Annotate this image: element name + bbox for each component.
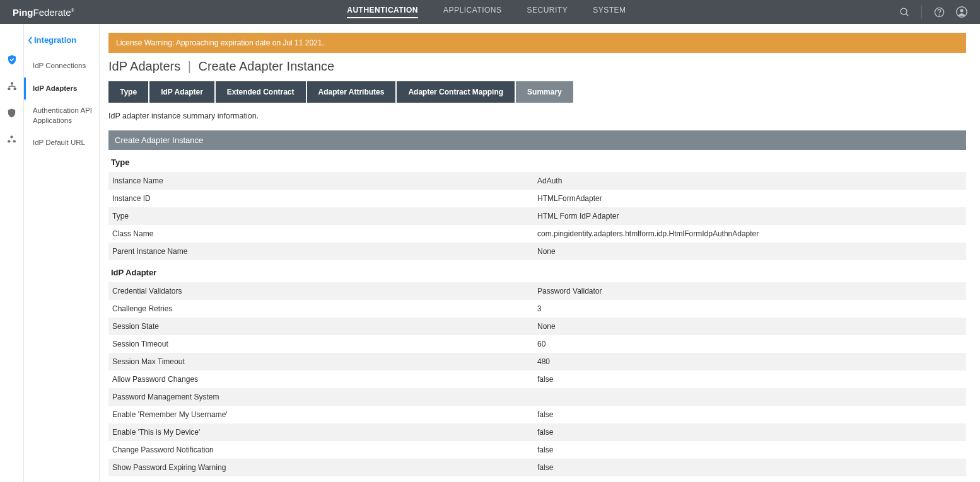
chevron-left-icon	[28, 37, 33, 44]
svg-line-1	[906, 13, 908, 16]
sitemap-icon[interactable]	[6, 81, 18, 92]
section-bar: Create Adapter Instance	[108, 130, 966, 150]
kv-row: Session StateNone	[108, 318, 966, 335]
page-title-sep: |	[188, 59, 191, 73]
logo: PingFederate®	[13, 7, 74, 18]
top-bar: PingFederate® AUTHENTICATIONAPPLICATIONS…	[0, 0, 980, 24]
svg-point-11	[13, 140, 16, 142]
kv-row: Credential ValidatorsPassword Validator	[108, 282, 966, 300]
wizard-tab[interactable]: IdP Adapter	[149, 81, 214, 103]
kv-value: Password Validator	[537, 287, 962, 296]
sidebar-back-label: Integration	[34, 35, 76, 45]
kv-row: Show Password Expiring Warningfalse	[108, 459, 966, 476]
sidebar-back[interactable]: Integration	[24, 33, 99, 55]
layout: Integration IdP ConnectionsIdP AdaptersA…	[0, 24, 980, 482]
kv-value: false	[537, 463, 962, 472]
shield-check-icon[interactable]	[6, 54, 18, 66]
svg-rect-7	[8, 88, 10, 90]
logo-light: Federate	[33, 7, 71, 18]
svg-rect-6	[11, 82, 13, 84]
kv-row: Password Management System	[108, 388, 966, 406]
group-header: IdP Adapter	[108, 260, 966, 282]
kv-value: None	[537, 322, 962, 331]
kv-list: Credential ValidatorsPassword ValidatorC…	[108, 282, 966, 482]
svg-point-5	[960, 9, 963, 12]
shield-icon[interactable]	[6, 107, 18, 118]
kv-row: Challenge Retries3	[108, 300, 966, 318]
wizard-tab[interactable]: Extended Contract	[216, 81, 306, 103]
cluster-icon[interactable]	[6, 134, 18, 145]
kv-row: Session Timeout60	[108, 335, 966, 353]
svg-point-10	[8, 140, 10, 142]
kv-key: Show Password Expiring Warning	[112, 463, 537, 472]
help-icon[interactable]	[933, 6, 945, 18]
search-icon[interactable]	[899, 6, 910, 18]
svg-rect-8	[13, 88, 16, 90]
wizard-tab[interactable]: Adapter Contract Mapping	[397, 81, 515, 103]
svg-point-9	[10, 135, 13, 138]
kv-value: false	[537, 428, 962, 437]
kv-key: Session State	[112, 322, 537, 331]
page-title-right: Create Adapter Instance	[199, 59, 335, 73]
kv-key: Enable 'Remember My Username'	[112, 410, 537, 419]
sidebar-item[interactable]: IdP Default URL	[24, 132, 99, 154]
kv-value: false	[537, 375, 962, 384]
kv-key: Challenge Retries	[112, 304, 537, 313]
kv-key: Instance ID	[112, 194, 537, 203]
wizard-tab[interactable]: Type	[108, 81, 148, 103]
kv-key: Allow Password Changes	[112, 375, 537, 384]
kv-row: Password Reset TypeNone	[108, 476, 966, 482]
svg-point-0	[901, 8, 907, 14]
logo-bold: Ping	[13, 7, 33, 18]
kv-row: TypeHTML Form IdP Adapter	[108, 207, 966, 225]
kv-row: Class Namecom.pingidentity.adapters.html…	[108, 225, 966, 243]
top-icons	[899, 6, 967, 18]
kv-key: Change Password Notification	[112, 445, 537, 454]
top-nav: AUTHENTICATIONAPPLICATIONSSECURITYSYSTEM	[347, 6, 626, 18]
kv-value: 480	[537, 357, 962, 366]
kv-value: HTMLFormAdapter	[537, 194, 962, 203]
sidebar: Integration IdP ConnectionsIdP AdaptersA…	[24, 24, 100, 482]
kv-value: AdAuth	[537, 176, 962, 185]
user-icon[interactable]	[956, 6, 967, 18]
license-warning-banner: License Warning: Approaching expiration …	[108, 33, 966, 53]
kv-row: Enable 'This is My Device'false	[108, 423, 966, 441]
top-nav-item[interactable]: AUTHENTICATION	[347, 6, 418, 18]
top-nav-item[interactable]: SECURITY	[527, 6, 568, 18]
svg-point-3	[939, 14, 940, 15]
kv-key: Type	[112, 212, 537, 221]
kv-value: HTML Form IdP Adapter	[537, 212, 962, 221]
top-nav-item[interactable]: SYSTEM	[593, 6, 626, 18]
wizard-tab[interactable]: Adapter Attributes	[307, 81, 396, 103]
kv-key: Session Max Timeout	[112, 357, 537, 366]
kv-row: Instance IDHTMLFormAdapter	[108, 190, 966, 207]
wizard-tabs: TypeIdP AdapterExtended ContractAdapter …	[108, 81, 966, 103]
icon-divider	[921, 6, 922, 18]
kv-value: com.pingidentity.adapters.htmlform.idp.H…	[537, 229, 962, 238]
kv-row: Session Max Timeout480	[108, 353, 966, 370]
kv-key: Credential Validators	[112, 287, 537, 296]
top-nav-item[interactable]: APPLICATIONS	[443, 6, 501, 18]
page-description: IdP adapter instance summary information…	[108, 112, 966, 120]
logo-reg: ®	[71, 8, 74, 13]
kv-key: Session Timeout	[112, 340, 537, 348]
kv-value: false	[537, 445, 962, 454]
page-title: IdP Adapters | Create Adapter Instance	[108, 59, 966, 74]
kv-row: Allow Password Changesfalse	[108, 370, 966, 388]
kv-key: Password Management System	[112, 393, 537, 401]
kv-list: Instance NameAdAuthInstance IDHTMLFormAd…	[108, 172, 966, 260]
kv-value	[537, 393, 962, 401]
kv-key: Class Name	[112, 229, 537, 238]
sidebar-item[interactable]: IdP Adapters	[24, 77, 99, 100]
group-header: Type	[108, 150, 966, 172]
wizard-tab[interactable]: Summary	[516, 81, 573, 103]
sidebar-item[interactable]: IdP Connections	[24, 55, 99, 77]
kv-key: Enable 'This is My Device'	[112, 428, 537, 437]
kv-row: Instance NameAdAuth	[108, 172, 966, 190]
kv-row: Parent Instance NameNone	[108, 243, 966, 260]
sidebar-item[interactable]: Authentication API Applications	[24, 100, 99, 132]
kv-value: 60	[537, 340, 962, 348]
icon-rail	[0, 24, 24, 482]
kv-value: 3	[537, 304, 962, 313]
kv-value: None	[537, 247, 962, 256]
